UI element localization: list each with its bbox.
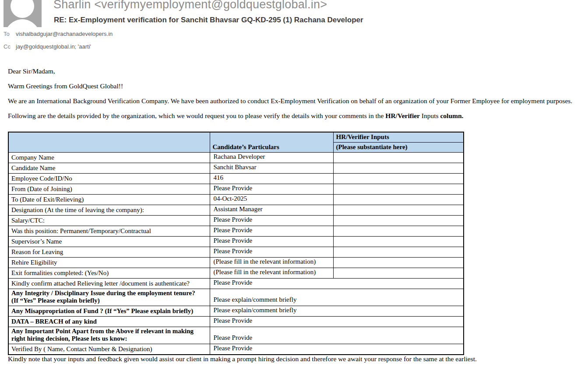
table-row: Supervisor’s NamePlease Provide — [8, 237, 464, 247]
to-row: Tovishalbadgujar@rachanadevelopers.in — [4, 31, 113, 37]
to-label: To — [4, 31, 13, 37]
greeting-paragraph: Dear Sir/Madam, — [8, 67, 584, 75]
table-row: Any Integrity / Disciplinary Issue durin… — [8, 289, 464, 306]
row-value: Assistant Manager — [210, 205, 333, 216]
row-label: Rehire Eligibility — [8, 258, 210, 268]
hr-verifier-input-cell — [333, 247, 464, 258]
row-value: Please Provide — [210, 327, 464, 344]
table-row: Designation (At the time of leaving the … — [8, 205, 464, 216]
row-label: Was this position: Permanent/Temporary/C… — [8, 226, 210, 237]
sender-avatar — [4, 0, 42, 27]
paragraph-text: Following are the details provided by th… — [8, 112, 385, 119]
table-row: Was this position: Permanent/Temporary/C… — [8, 226, 464, 237]
header-cell-substantiate: (Please substantiate here) — [333, 143, 464, 153]
table-row: Exit formalities completed: (Yes/No)(Ple… — [8, 268, 464, 279]
row-value: Please Provide — [210, 216, 333, 226]
row-value: Please Provide — [210, 247, 333, 258]
row-label: Supervisor’s Name — [8, 237, 210, 247]
hr-verifier-input-cell — [333, 216, 464, 226]
paragraph-text: Inputs — [420, 112, 440, 119]
cc-address[interactable]: jay@goldquestglobal.in; 'aarti' — [16, 43, 91, 50]
row-label: Exit formalities completed: (Yes/No) — [8, 268, 210, 279]
row-label: Salary/CTC: — [8, 216, 210, 226]
table-row: To (Date of Exit/Relieving)04-Oct-2025 — [8, 195, 464, 205]
row-value: Please Provide — [210, 184, 333, 195]
row-label: Candidate Name — [8, 163, 210, 174]
sender-name[interactable]: Sharlin <verifymyemployment@goldquestglo… — [53, 0, 327, 11]
row-label: To (Date of Exit/Relieving) — [8, 195, 210, 205]
row-value: 416 — [210, 174, 333, 184]
body-paragraph-3: Following are the details provided by th… — [8, 112, 584, 120]
row-value: Please Provide — [210, 344, 464, 355]
row-value: (Please fill in the relevant information… — [210, 268, 333, 279]
body-paragraph-2: We are an International Background Verif… — [8, 97, 584, 105]
paragraph-bold-text: column. — [440, 112, 463, 119]
row-label: Kindly confirm attached Relieving letter… — [8, 279, 210, 289]
closing-paragraph: Kindly note that your inputs and feedbac… — [8, 355, 584, 363]
hr-verifier-input-cell — [333, 184, 464, 195]
hr-verifier-input-cell — [333, 226, 464, 237]
row-label: Any Misappropriation of Fund ? (If “Yes”… — [8, 306, 210, 317]
row-value: (Please fill in the relevant information… — [210, 258, 333, 268]
table-header-row: Candidate’s Particulars HR/Verifier Inpu… — [8, 132, 464, 143]
hr-verifier-input-cell — [333, 174, 464, 184]
hr-verifier-input-cell — [333, 153, 464, 163]
row-label: Reason for Leaving — [8, 247, 210, 258]
email-header: Sharlin <verifymyemployment@goldquestglo… — [0, 0, 588, 57]
table-row: Company NameRachana Developer — [8, 153, 464, 163]
paragraph-bold-text: HR/Verifier — [385, 112, 420, 119]
table-row: From (Date of Joining)Please Provide — [8, 184, 464, 195]
header-cell-particulars: Candidate’s Particulars — [210, 132, 333, 153]
hr-verifier-input-cell — [333, 268, 464, 279]
table-row: Reason for LeavingPlease Provide — [8, 247, 464, 258]
cc-row: Ccjay@goldquestglobal.in; 'aarti' — [4, 43, 91, 50]
row-label: Any Important Point Apart from the Above… — [8, 327, 210, 344]
row-value: Please Provide — [210, 237, 333, 247]
table-row: Rehire Eligibility(Please fill in the re… — [8, 258, 464, 268]
row-value: 04-Oct-2025 — [210, 195, 333, 205]
hr-verifier-input-cell — [333, 195, 464, 205]
to-address[interactable]: vishalbadgujar@rachanadevelopers.in — [16, 31, 113, 37]
email-subject: RE: Ex-Employment verification for Sanch… — [54, 16, 363, 24]
row-label: Designation (At the time of leaving the … — [8, 205, 210, 216]
email-body: Dear Sir/Madam, Warm Greetings from Gold… — [0, 57, 588, 363]
row-value: Please Provide — [210, 317, 464, 327]
table-row: Kindly confirm attached Relieving letter… — [8, 279, 464, 289]
table-row: Salary/CTC:Please Provide — [8, 216, 464, 226]
table-row: Any Misappropriation of Fund ? (If “Yes”… — [8, 306, 464, 317]
hr-verifier-input-cell — [333, 205, 464, 216]
row-value: Please explain/comment briefly — [210, 289, 464, 306]
header-cell-empty — [8, 132, 210, 153]
body-paragraph-1: Warm Greetings from GoldQuest Global!! — [8, 82, 584, 90]
table-row: Verified By ( Name, Contact Number & Des… — [8, 344, 464, 355]
person-icon — [4, 0, 42, 27]
row-label: Verified By ( Name, Contact Number & Des… — [8, 344, 210, 355]
row-label: DATA – BREACH of any kind — [8, 317, 210, 327]
hr-verifier-input-cell — [333, 163, 464, 174]
table-row: DATA – BREACH of any kindPlease Provide — [8, 317, 464, 327]
table-row: Candidate NameSanchit Bhavsar — [8, 163, 464, 174]
header-cell-hr-inputs: HR/Verifier Inputs — [333, 132, 464, 143]
row-value: Please explain/comment briefly — [210, 306, 464, 317]
verification-table-body: Candidate’s Particulars HR/Verifier Inpu… — [8, 132, 464, 355]
row-value: Please Provide — [210, 226, 333, 237]
row-label: Company Name — [8, 153, 210, 163]
table-row: Any Important Point Apart from the Above… — [8, 327, 464, 344]
hr-verifier-input-cell — [333, 258, 464, 268]
row-value: Sanchit Bhavsar — [210, 163, 333, 174]
cc-label: Cc — [4, 43, 13, 50]
row-label: Any Integrity / Disciplinary Issue durin… — [8, 289, 210, 306]
row-label: Employee Code/ID/No — [8, 174, 210, 184]
hr-verifier-input-cell — [333, 237, 464, 247]
row-value: Please Provide — [210, 279, 464, 289]
row-label: From (Date of Joining) — [8, 184, 210, 195]
row-value: Rachana Developer — [210, 153, 333, 163]
table-row: Employee Code/ID/No416 — [8, 174, 464, 184]
verification-table: Candidate’s Particulars HR/Verifier Inpu… — [8, 132, 464, 355]
